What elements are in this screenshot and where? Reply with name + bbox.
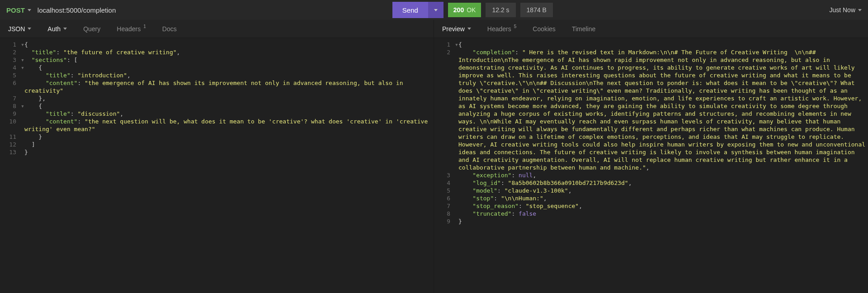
tab-cookies[interactable]: Cookies bbox=[524, 20, 564, 38]
status-text: OK bbox=[467, 6, 476, 14]
headers-count-badge: 1 bbox=[143, 24, 146, 29]
tab-label: Preview bbox=[442, 25, 465, 33]
status-code: 200 bbox=[453, 6, 464, 14]
request-tabs: JSON Auth Query Headers 1 Docs bbox=[0, 20, 434, 38]
tab-label: Docs bbox=[162, 25, 177, 33]
response-tabs: Preview Headers 5 Cookies Timeline bbox=[434, 20, 868, 38]
http-method-label: POST bbox=[6, 6, 25, 14]
tab-auth[interactable]: Auth bbox=[39, 20, 75, 38]
tab-docs[interactable]: Docs bbox=[154, 20, 185, 38]
tab-label: Headers bbox=[117, 25, 141, 33]
response-size: 1874 B bbox=[520, 3, 553, 17]
tab-label: Auth bbox=[47, 25, 61, 33]
tab-headers[interactable]: Headers 1 bbox=[108, 20, 154, 38]
chevron-down-icon bbox=[434, 9, 438, 11]
tab-timeline[interactable]: Timeline bbox=[564, 20, 604, 38]
history-dropdown[interactable]: Just Now bbox=[829, 6, 862, 14]
chevron-down-icon bbox=[28, 28, 31, 30]
send-group: Send bbox=[392, 2, 443, 18]
tab-label: Query bbox=[83, 25, 100, 33]
http-method-dropdown[interactable]: POST bbox=[6, 6, 31, 14]
send-options-button[interactable] bbox=[428, 2, 443, 18]
tab-body-type[interactable]: JSON bbox=[0, 20, 39, 38]
chevron-down-icon bbox=[28, 9, 31, 11]
response-time: 12.2 s bbox=[486, 3, 515, 17]
status-badge: 200 OK bbox=[448, 3, 481, 17]
history-label: Just Now bbox=[829, 6, 855, 14]
chevron-down-icon bbox=[858, 9, 862, 11]
tab-label: JSON bbox=[8, 25, 25, 33]
chevron-down-icon bbox=[467, 28, 471, 30]
tab-response-headers[interactable]: Headers 5 bbox=[479, 20, 524, 38]
request-body-editor[interactable]: 1▾{2 "title": "the future of creative wr… bbox=[0, 38, 434, 293]
chevron-down-icon bbox=[63, 28, 67, 30]
top-bar: POST localhost:5000/completion Send 200 … bbox=[0, 0, 868, 20]
request-panel: JSON Auth Query Headers 1 Docs 1▾{2 "tit… bbox=[0, 20, 434, 293]
tab-label: Headers bbox=[487, 25, 511, 33]
headers-count-badge: 5 bbox=[514, 24, 517, 29]
send-button[interactable]: Send bbox=[392, 2, 428, 18]
center-cluster: Send 200 OK 12.2 s 1874 B bbox=[392, 2, 553, 18]
url-input[interactable]: localhost:5000/completion bbox=[38, 6, 116, 14]
tab-label: Timeline bbox=[572, 25, 595, 33]
response-panel: Preview Headers 5 Cookies Timeline 1▾{2 … bbox=[434, 20, 868, 293]
response-body-viewer[interactable]: 1▾{2 "completion": " Here is the revised… bbox=[434, 38, 868, 293]
tab-query[interactable]: Query bbox=[75, 20, 108, 38]
tab-preview[interactable]: Preview bbox=[434, 20, 479, 38]
tab-label: Cookies bbox=[533, 25, 556, 33]
